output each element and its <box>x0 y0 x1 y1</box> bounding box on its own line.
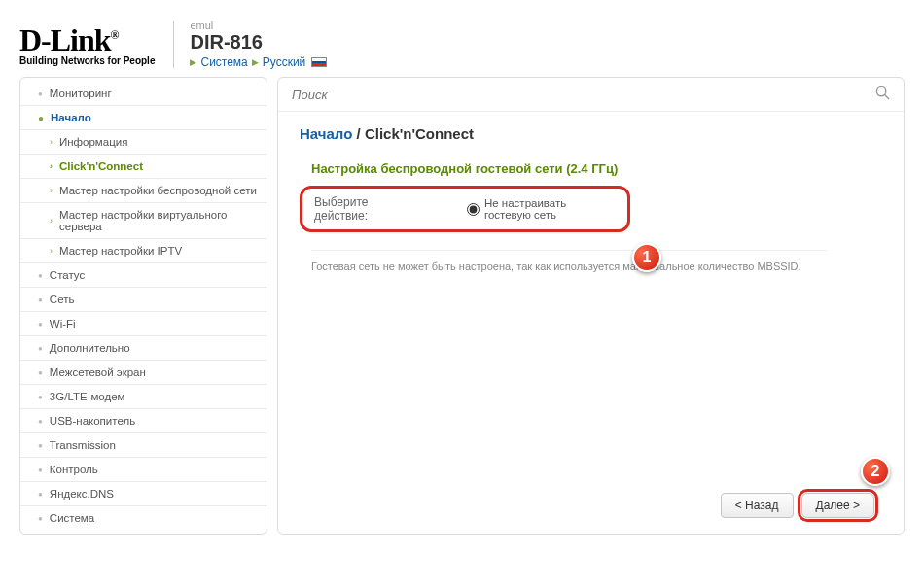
action-row: Выберите действие: Не настраивать гостев… <box>300 186 630 232</box>
logo: D-Link® Building Networks for People <box>19 22 155 66</box>
sidebar-item-vserver-wizard[interactable]: ›Мастер настройки виртуального сервера <box>20 203 267 239</box>
caret-icon: › <box>50 216 53 225</box>
model-serial: emul <box>190 19 213 31</box>
logo-sub: Building Networks for People <box>19 55 155 66</box>
sidebar-item-iptv-wizard[interactable]: ›Мастер настройки IPTV <box>20 239 267 263</box>
sidebar: ●Мониторинг ●Начало ›Информация ›Click'n… <box>19 77 267 535</box>
search-bar <box>278 78 904 112</box>
next-button[interactable]: Далее > <box>801 493 875 518</box>
sidebar-item-transmission[interactable]: ●Transmission <box>20 433 267 458</box>
back-button[interactable]: < Назад <box>721 493 794 518</box>
sidebar-item-label: Дополнительно <box>50 342 130 354</box>
header-breadcrumb: ▶ Система ▶ Русский <box>190 55 327 69</box>
sidebar-item-label: Transmission <box>50 439 116 451</box>
sidebar-item-info[interactable]: ›Информация <box>20 130 267 155</box>
content-panel: Начало / Click'n'Connect Настройка беспр… <box>277 77 905 535</box>
sidebar-item-yandexdns[interactable]: ●Яндекс.DNS <box>20 482 267 506</box>
sidebar-item-advanced[interactable]: ●Дополнительно <box>20 336 267 361</box>
bc-system[interactable]: Система <box>200 55 247 69</box>
caret-icon: › <box>50 186 53 195</box>
header-right: emul DIR-816 ▶ Система ▶ Русский <box>190 19 327 69</box>
sidebar-item-label: Контроль <box>50 464 98 475</box>
sidebar-item-wifi[interactable]: ●Wi-Fi <box>20 312 267 336</box>
bullet-icon: ● <box>38 89 43 98</box>
radio-input[interactable] <box>467 203 480 216</box>
sidebar-item-label: Wi-Fi <box>50 318 76 329</box>
radio-no-guest[interactable]: Не настраивать гостевую сеть <box>467 197 616 221</box>
caret-icon: ▶ <box>190 57 196 67</box>
bullet-icon: ● <box>38 271 43 280</box>
sidebar-item-label: Начало <box>51 112 91 123</box>
sidebar-item-monitoring[interactable]: ●Мониторинг <box>20 82 267 106</box>
caret-icon: › <box>50 137 53 147</box>
sidebar-item-usb[interactable]: ●USB-накопитель <box>20 409 267 433</box>
sidebar-item-label: 3G/LTE-модем <box>50 391 125 402</box>
sidebar-item-clicknconnect[interactable]: ›Click'n'Connect <box>20 155 267 179</box>
sidebar-item-label: Информация <box>59 136 127 148</box>
sidebar-item-label: Мастер настройки IPTV <box>59 245 182 257</box>
sidebar-item-label: Яндекс.DNS <box>50 488 114 500</box>
bullet-icon: ● <box>38 320 43 329</box>
bullet-icon: ● <box>38 417 43 426</box>
header: D-Link® Building Networks for People emu… <box>19 19 905 69</box>
sidebar-item-label: Мониторинг <box>50 87 112 99</box>
sidebar-item-network[interactable]: ●Сеть <box>20 288 267 312</box>
search-icon[interactable] <box>875 86 890 103</box>
caret-icon: › <box>50 246 53 256</box>
sidebar-item-label: USB-накопитель <box>50 415 135 427</box>
flag-icon <box>311 57 327 67</box>
bullet-icon: ● <box>38 295 43 304</box>
breadcrumb: Начало / Click'n'Connect <box>300 125 882 142</box>
sidebar-item-label: Межсетевой экран <box>50 366 146 378</box>
section-title: Настройка беспроводной гостевой сети (2.… <box>311 161 882 176</box>
bc-language[interactable]: Русский <box>263 55 306 69</box>
caret-icon: ▶ <box>252 57 259 67</box>
model-name: DIR-816 <box>190 31 327 53</box>
breadcrumb-sep: / <box>357 125 361 142</box>
sidebar-item-label: Статус <box>50 269 85 281</box>
sidebar-item-control[interactable]: ●Контроль <box>20 458 267 482</box>
bullet-icon: ● <box>38 368 43 377</box>
logo-main: D-Link® <box>19 22 155 58</box>
sidebar-item-label: Click'n'Connect <box>59 160 143 172</box>
annotation-badge-2: 2 <box>861 457 890 486</box>
action-label: Выберите действие: <box>314 195 409 223</box>
button-row: < Назад Далее > <box>721 493 874 518</box>
sidebar-item-system[interactable]: ●Система <box>20 506 267 530</box>
sidebar-item-start[interactable]: ●Начало <box>20 106 267 130</box>
sidebar-item-firewall[interactable]: ●Межсетевой экран <box>20 361 267 385</box>
bullet-icon: ● <box>38 344 43 353</box>
sidebar-item-label: Система <box>50 512 94 524</box>
bullet-icon: ● <box>38 466 43 474</box>
search-input[interactable] <box>292 87 875 102</box>
caret-icon: › <box>50 161 53 171</box>
sidebar-item-status[interactable]: ●Статус <box>20 263 267 288</box>
annotation-badge-1: 1 <box>632 243 661 272</box>
bullet-icon: ● <box>38 490 43 499</box>
sidebar-item-label: Сеть <box>50 294 75 305</box>
header-divider <box>173 21 174 68</box>
radio-label: Не настраивать гостевую сеть <box>484 197 616 221</box>
bullet-icon: ● <box>38 393 43 401</box>
svg-point-0 <box>876 86 885 95</box>
sidebar-item-label: Мастер настройки беспроводной сети <box>59 185 257 196</box>
breadcrumb-root[interactable]: Начало <box>300 125 352 142</box>
info-text: Гостевая сеть не может быть настроена, т… <box>311 250 827 272</box>
sidebar-item-wifi-wizard[interactable]: ›Мастер настройки беспроводной сети <box>20 179 267 203</box>
sidebar-item-3glte[interactable]: ●3G/LTE-модем <box>20 385 267 409</box>
bullet-icon: ● <box>38 514 43 523</box>
svg-line-1 <box>885 95 889 99</box>
breadcrumb-leaf: Click'n'Connect <box>365 125 474 142</box>
bullet-icon: ● <box>38 113 44 123</box>
sidebar-item-label: Мастер настройки виртуального сервера <box>59 209 257 232</box>
bullet-icon: ● <box>38 441 43 450</box>
